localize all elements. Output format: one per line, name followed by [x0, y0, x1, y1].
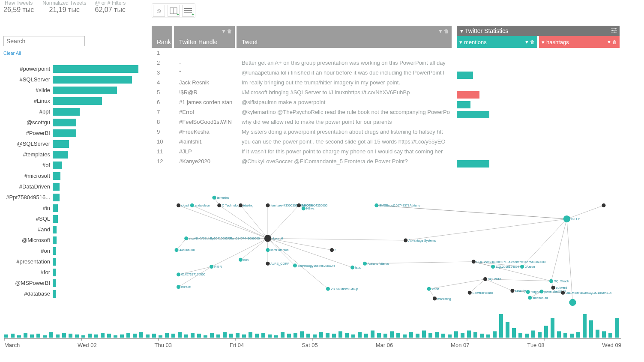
network-node[interactable]: OB1MikeFalGetSQL0018Aen314: [561, 291, 611, 295]
filter-bar-row[interactable]: #on: [3, 245, 141, 256]
filter-bar-row[interactable]: #slide: [3, 85, 141, 96]
network-node[interactable]: f: [330, 248, 336, 252]
filter-icon[interactable]: ▼: [607, 39, 611, 45]
view-toolbar: ⦸ + +: [152, 3, 195, 18]
table-row[interactable]: 7 #Errol @kylemartino @ThePsychoRelic re…: [152, 108, 453, 118]
network-node[interactable]: labs: [350, 266, 361, 269]
network-node[interactable]: cloud: [177, 203, 189, 207]
network-node[interactable]: firdgard: [526, 290, 541, 294]
cell-handle: #FeelSoGood1stWIN: [174, 118, 237, 128]
svg-rect-197: [422, 331, 426, 338]
network-graph[interactable]: cloudandalolsonternerIncC Technology Ltd…: [148, 182, 636, 306]
network-node[interactable]: [569, 299, 576, 306]
svg-text:leson: leson: [431, 287, 439, 291]
network-node[interactable]: SMSBoost106748578Adriano: [374, 203, 420, 207]
network-node[interactable]: smeltonLtd: [528, 296, 548, 300]
filter-bar-row[interactable]: #SQLServer: [3, 74, 141, 85]
filter-icon[interactable]: ▼: [221, 28, 226, 34]
filter-bar-row[interactable]: @scottgu: [3, 117, 141, 128]
network-node[interactable]: ALRE_CORP: [266, 262, 289, 266]
tab-hashtags[interactable]: ▾hashtags ▼🗑: [539, 36, 620, 48]
filter-bar-row[interactable]: #ppt: [3, 106, 141, 117]
trash-icon[interactable]: 🗑: [530, 39, 535, 45]
twitter-stats-header[interactable]: ▾ Twitter Statistics: [457, 26, 620, 36]
clear-all-link[interactable]: Clear All: [3, 51, 21, 56]
network-node[interactable]: marketing: [433, 296, 451, 300]
network-node[interactable]: leson: [427, 287, 439, 291]
network-node[interactable]: R@R: [210, 265, 222, 269]
network-node[interactable]: Technology156696288AJR: [293, 263, 335, 267]
network-node[interactable]: Advantage Systems: [404, 238, 436, 242]
table-header: Rank ▼🗑 Twitter Handle ▼🗑 Tweet: [152, 26, 453, 48]
table-row[interactable]: 12 #Kanye2020 @ChukyLoveSoccer @ElComand…: [152, 157, 453, 167]
filter-bar-row[interactable]: #SQL: [3, 213, 141, 224]
filter-bar-row[interactable]: #templates: [3, 149, 141, 160]
filter-icon[interactable]: ▼: [438, 28, 443, 34]
table-row[interactable]: 11 #JLP If it wasn't for this power poin…: [152, 147, 453, 157]
table-row[interactable]: 6 #1 james corden stan @slflstpaulmn mak…: [152, 98, 453, 108]
trash-icon[interactable]: 🗑: [612, 39, 617, 45]
network-node[interactable]: SQL2016: [483, 277, 501, 281]
settings-icon[interactable]: [611, 27, 617, 35]
timeline-chart[interactable]: [4, 313, 621, 341]
network-node[interactable]: VR Solutions Group: [326, 287, 358, 291]
network-node[interactable]: SQLShack: [549, 279, 569, 283]
trash-icon[interactable]: 🗑: [444, 28, 449, 34]
filter-bar-row[interactable]: #Ppt758049516...: [3, 192, 141, 203]
table-row[interactable]: 5 !$R@R #Microsoft bringing #SQLServer t…: [152, 88, 453, 98]
network-node[interactable]: On LLC: [563, 215, 581, 222]
network-node[interactable]: EdwardPollack: [468, 291, 493, 295]
table-row[interactable]: 10 #iaintshit. you can use the power poi…: [152, 138, 453, 147]
tab-mentions[interactable]: ▾mentions ▼🗑: [457, 36, 537, 48]
filter-bar-row[interactable]: #microsoft: [3, 171, 141, 181]
network-node[interactable]: bun: [239, 258, 249, 262]
network-node[interactable]: stcoNhXV6EuhBp30415003RRan01457449066000: [184, 236, 260, 240]
svg-point-110: [549, 279, 553, 283]
network-node[interactable]: andalolson: [190, 203, 210, 207]
table-row[interactable]: 8 #FeelSoGood1stWIN why did we allow red…: [152, 118, 453, 128]
filter-bar-row[interactable]: @MSPowerBI: [3, 278, 141, 288]
network-node[interactable]: 446066000: [175, 248, 195, 252]
block-icon[interactable]: ⦸: [153, 5, 165, 17]
network-node[interactable]: HBwz: [302, 206, 315, 210]
filter-bar-row[interactable]: #for: [3, 267, 141, 278]
search-input[interactable]: [3, 36, 85, 46]
filter-bar-row[interactable]: #Linux: [3, 96, 141, 106]
network-node[interactable]: liamPaterson: [266, 248, 288, 252]
network-node[interactable]: SQLShack3406890713Alesonen51457542360000: [472, 260, 546, 263]
network-node[interactable]: microsoft: [264, 235, 283, 242]
network-node[interactable]: SQL2016164864: [491, 265, 519, 269]
network-node[interactable]: 01457397175000: [177, 272, 205, 276]
filter-icon[interactable]: ▼: [524, 39, 529, 45]
svg-text:marketing: marketing: [437, 297, 451, 301]
col-tweet[interactable]: ▼🗑 Tweet: [237, 26, 453, 48]
filter-bar-value: [53, 236, 57, 244]
filter-bar-row[interactable]: #presentation: [3, 256, 141, 267]
network-node[interactable]: ternerInc: [212, 196, 229, 200]
filter-bar-row[interactable]: @SQLServer: [3, 138, 141, 149]
trash-icon[interactable]: 🗑: [227, 28, 232, 34]
table-row[interactable]: 1: [152, 49, 453, 59]
filter-bar-row[interactable]: #in: [3, 203, 141, 213]
col-handle[interactable]: ▼🗑 Twitter Handle: [174, 26, 237, 48]
filter-bar-row[interactable]: #of: [3, 160, 141, 171]
filter-bar-row[interactable]: #and: [3, 224, 141, 235]
col-rank[interactable]: Rank: [152, 26, 174, 48]
network-node[interactable]: 2Aaron: [520, 265, 535, 269]
network-node[interactable]: outward: [551, 286, 567, 290]
table-row[interactable]: 9 #FreeKesha My sisters doing a powerpoi…: [152, 128, 453, 138]
network-node[interactable]: [602, 203, 605, 207]
table-row[interactable]: 2 - Better get an A+ on this group prese…: [152, 59, 453, 69]
filter-bar-row[interactable]: #PowerBI: [3, 128, 141, 138]
filter-bar-row[interactable]: #DataDriven: [3, 181, 141, 192]
network-node[interactable]: ndrake: [177, 285, 191, 289]
table-row[interactable]: 3 " @lunaapetunia lol i finished it an h…: [152, 69, 453, 78]
filter-bar-row[interactable]: @Microsoft: [3, 235, 141, 245]
split-view-icon[interactable]: +: [168, 5, 180, 17]
filter-bar-row[interactable]: #database: [3, 288, 141, 299]
filter-bar-row[interactable]: #powerpoint: [3, 63, 141, 74]
network-node[interactable]: security: [510, 289, 526, 293]
list-view-icon[interactable]: +: [182, 5, 194, 17]
network-node[interactable]: making: [239, 203, 253, 207]
table-row[interactable]: 4 Jack Resnik Im really bringing out the…: [152, 78, 453, 88]
